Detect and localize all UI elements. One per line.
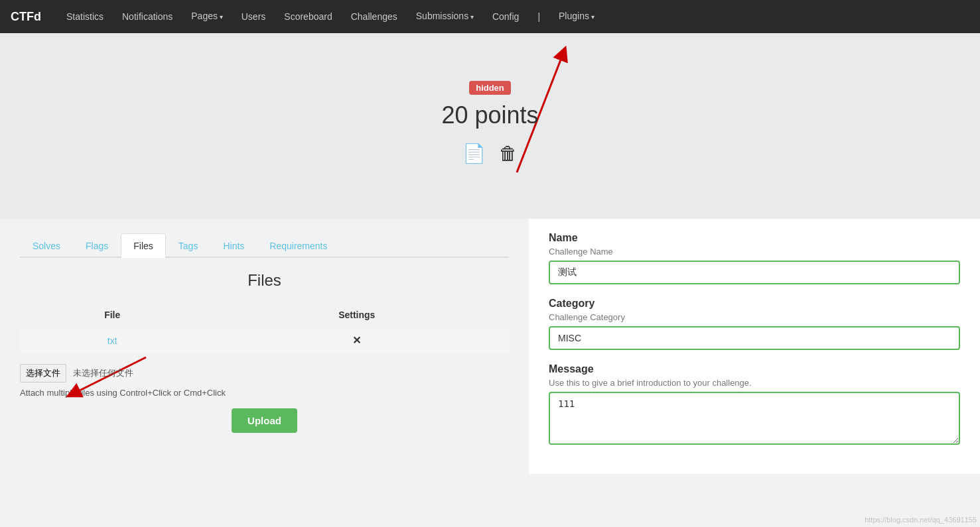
tab-solves[interactable]: Solves <box>20 233 73 258</box>
nav-scoreboard[interactable]: Scoreboard <box>275 0 341 33</box>
left-panel: Solves Flags Files Tags Hints Requiremen… <box>0 219 529 474</box>
name-field-group: Name Challenge Name <box>549 232 960 284</box>
nav-notifications[interactable]: Notifications <box>113 0 182 33</box>
nav-config[interactable]: Config <box>483 0 528 33</box>
message-field-group: Message Use this to give a brief introdu… <box>549 363 960 447</box>
files-title: Files <box>20 271 509 290</box>
challenge-category-input[interactable] <box>549 326 960 350</box>
nav-pages[interactable]: Pages <box>182 0 232 34</box>
attach-hint: Attach multiple files using Control+Clic… <box>20 388 509 398</box>
category-sublabel: Challenge Category <box>549 312 960 322</box>
right-panel: Name Challenge Name Category Challenge C… <box>529 219 980 474</box>
file-table: File Settings txt ✕ <box>20 303 509 353</box>
tab-hints[interactable]: Hints <box>210 233 257 258</box>
nav-links: Statistics Notifications Pages Users Sco… <box>57 0 604 34</box>
name-sublabel: Challenge Name <box>549 247 960 257</box>
tab-tags[interactable]: Tags <box>166 233 211 258</box>
choose-file-button[interactable]: 选择文件 <box>20 364 66 382</box>
points-display: 20 points <box>441 101 538 129</box>
message-sublabel: Use this to give a brief introduction to… <box>549 378 960 388</box>
table-row: txt ✕ <box>20 327 509 354</box>
nav-users[interactable]: Users <box>232 0 275 33</box>
nav-separator: | <box>528 0 549 33</box>
col-settings: Settings <box>204 303 509 327</box>
challenge-name-input[interactable] <box>549 261 960 284</box>
tab-bar: Solves Flags Files Tags Hints Requiremen… <box>20 232 509 258</box>
nav-submissions[interactable]: Submissions <box>407 0 483 34</box>
file-upload-row: 选择文件 未选择任何文件 <box>20 364 509 382</box>
hero-action-icons: 📄 🗑 <box>462 143 518 164</box>
upload-button[interactable]: Upload <box>232 408 297 433</box>
navbar: CTFd Statistics Notifications Pages User… <box>0 0 980 33</box>
category-field-group: Category Challenge Category <box>549 298 960 350</box>
file-link[interactable]: txt <box>107 335 117 346</box>
file-name-label: 未选择任何文件 <box>73 367 133 379</box>
category-label: Category <box>549 298 960 310</box>
hidden-badge: hidden <box>469 81 511 95</box>
col-file: File <box>20 303 204 327</box>
delete-icon[interactable]: 🗑 <box>499 143 518 164</box>
hero-section: hidden 20 points 📄 🗑 <box>0 33 980 219</box>
nav-statistics[interactable]: Statistics <box>57 0 113 33</box>
tab-flags[interactable]: Flags <box>73 233 121 258</box>
tab-requirements[interactable]: Requirements <box>257 233 340 258</box>
nav-plugins[interactable]: Plugins <box>549 0 604 34</box>
challenge-message-textarea[interactable]: 111 <box>549 392 960 445</box>
message-label: Message <box>549 363 960 375</box>
name-label: Name <box>549 232 960 244</box>
edit-icon[interactable]: 📄 <box>462 143 486 164</box>
main-content: Solves Flags Files Tags Hints Requiremen… <box>0 219 980 474</box>
tab-files[interactable]: Files <box>121 233 166 258</box>
nav-challenges[interactable]: Challenges <box>342 0 407 33</box>
brand-logo[interactable]: CTFd <box>11 10 41 24</box>
delete-file-button[interactable]: ✕ <box>352 334 361 347</box>
